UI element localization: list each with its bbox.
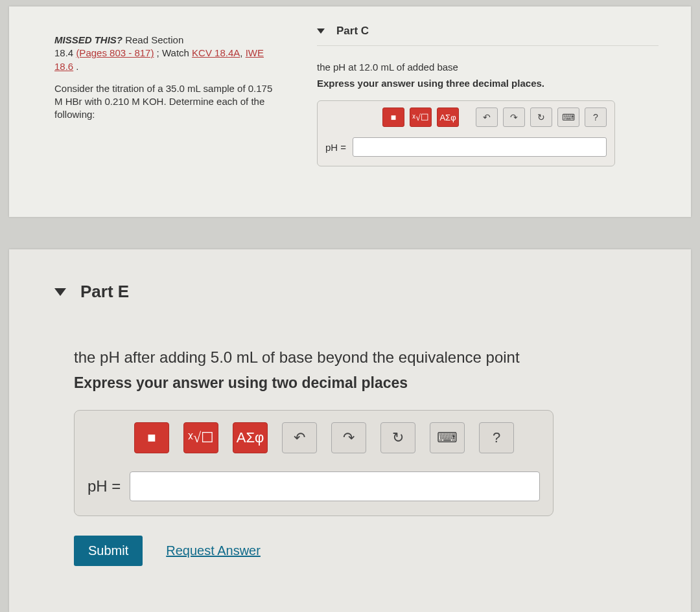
toolbar-c: ■ ᵡ√☐ ΑΣφ ↶ ↷ ↻ ⌨ ?: [325, 108, 607, 127]
panel-part-c: MISSED THIS? Read Section 18.4 (Pages 80…: [9, 6, 691, 217]
answer-input-c[interactable]: [353, 137, 607, 157]
part-c-area: Part C the pH at 12.0 mL of added base E…: [298, 6, 691, 217]
answer-label-c: pH =: [325, 142, 346, 153]
answer-row-c: pH =: [325, 137, 607, 157]
answer-box-e: ■ ᵡ√☐ ΑΣφ ↶ ↷ ↻ ⌨ ? pH =: [74, 410, 554, 516]
request-answer-link[interactable]: Request Answer: [166, 543, 261, 558]
help-button[interactable]: ?: [479, 422, 514, 453]
help-button[interactable]: ?: [585, 108, 607, 127]
read-section-text: Read Section: [122, 34, 183, 45]
part-c-question: the pH at 12.0 mL of added base: [317, 62, 659, 73]
submit-row: Submit Request Answer: [74, 536, 652, 566]
submit-button[interactable]: Submit: [74, 536, 143, 566]
undo-button[interactable]: ↶: [282, 422, 317, 453]
part-e-instruction: Express your answer using two decimal pl…: [74, 374, 652, 392]
problem-sidebar: MISSED THIS? Read Section 18.4 (Pages 80…: [9, 6, 298, 217]
part-c-title: Part C: [336, 25, 369, 38]
divider: [317, 45, 659, 46]
part-e-question: the pH after adding 5.0 mL of base beyon…: [74, 348, 652, 367]
templates-button[interactable]: ■: [134, 422, 169, 453]
problem-statement: Consider the titration of a 35.0 mL samp…: [54, 82, 279, 122]
part-e-title: Part E: [80, 282, 129, 302]
toolbar-e: ■ ᵡ√☐ ΑΣφ ↶ ↷ ↻ ⌨ ?: [88, 422, 540, 453]
watch-prefix: ; Watch: [154, 47, 192, 58]
watch-sep: ,: [240, 47, 245, 58]
part-e-header[interactable]: Part E: [54, 282, 652, 302]
caret-down-icon: [317, 28, 325, 34]
panel-part-e: Part E the pH after adding 5.0 mL of bas…: [9, 249, 691, 612]
redo-button[interactable]: ↷: [503, 108, 525, 127]
missed-this-heading: MISSED THIS? Read Section: [54, 34, 279, 47]
section-number: 18.4: [54, 47, 76, 58]
period: .: [73, 61, 78, 72]
part-c-instruction: Express your answer using three decimal …: [317, 78, 659, 89]
pages-link[interactable]: (Pages 803 - 817): [76, 47, 154, 58]
templates-button[interactable]: ■: [382, 108, 404, 127]
answer-input-e[interactable]: [130, 471, 540, 501]
missed-label: MISSED THIS?: [54, 34, 122, 45]
undo-button[interactable]: ↶: [476, 108, 498, 127]
answer-box-c: ■ ᵡ√☐ ΑΣφ ↶ ↷ ↻ ⌨ ? pH =: [317, 100, 615, 166]
watch-link-kcv[interactable]: KCV 18.4A: [192, 47, 240, 58]
reset-button[interactable]: ↻: [380, 422, 415, 453]
section-reference: 18.4 (Pages 803 - 817) ; Watch KCV 18.4A…: [54, 47, 279, 73]
redo-button[interactable]: ↷: [331, 422, 366, 453]
answer-row-e: pH =: [88, 471, 540, 501]
greek-button[interactable]: ΑΣφ: [437, 108, 459, 127]
keyboard-button[interactable]: ⌨: [557, 108, 579, 127]
reset-button[interactable]: ↻: [530, 108, 552, 127]
math-sqrt-button[interactable]: ᵡ√☐: [410, 108, 432, 127]
math-sqrt-button[interactable]: ᵡ√☐: [183, 422, 218, 453]
keyboard-button[interactable]: ⌨: [430, 422, 465, 453]
caret-down-icon: [54, 288, 66, 296]
greek-button[interactable]: ΑΣφ: [233, 422, 268, 453]
part-c-header[interactable]: Part C: [317, 25, 659, 43]
answer-label-e: pH =: [88, 477, 121, 495]
